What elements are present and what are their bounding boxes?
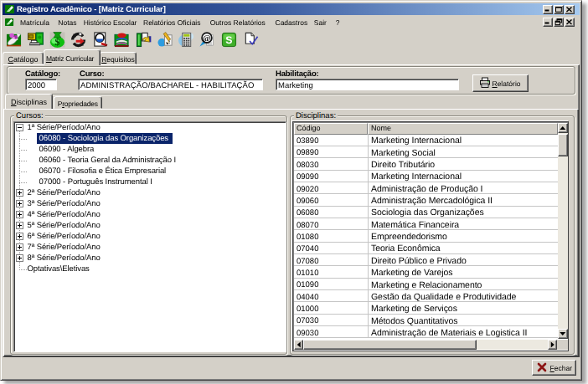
svg-text:S: S <box>225 33 233 45</box>
svg-text:@: @ <box>203 33 211 43</box>
svg-text:$: $ <box>54 36 59 47</box>
